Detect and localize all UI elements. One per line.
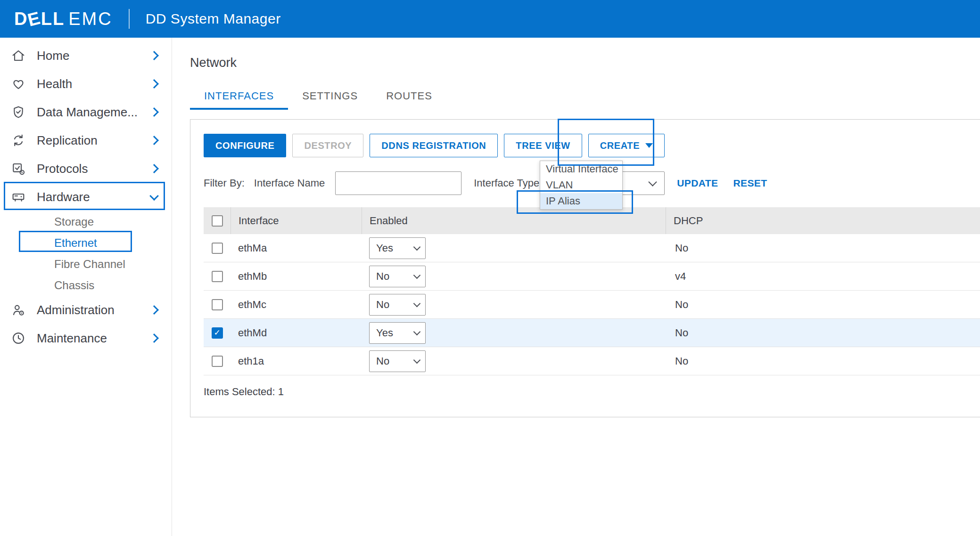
interface-name: ethMb: [231, 270, 362, 283]
protocols-icon: [10, 161, 26, 177]
destroy-button[interactable]: DESTROY: [292, 134, 363, 157]
menu-item-virtual-interface[interactable]: Virtual Interface: [540, 161, 622, 177]
ddns-registration-button[interactable]: DDNS REGISTRATION: [370, 134, 498, 157]
chevron-down-icon: [149, 191, 159, 201]
sub-item-label: Storage: [54, 215, 94, 228]
sidebar-item-ethernet[interactable]: Ethernet: [54, 232, 172, 253]
sidebar-item-data-management[interactable]: Data Manageme...: [0, 98, 172, 126]
dhcp-value: No: [666, 327, 980, 339]
select-all-checkbox[interactable]: [212, 215, 223, 227]
chevron-down-icon: [413, 356, 421, 364]
dhcp-value: v4: [666, 270, 980, 283]
table-row-ethMc: ethMc No No: [204, 291, 980, 319]
chevron-right-icon: [149, 51, 159, 60]
update-link[interactable]: UPDATE: [677, 178, 718, 189]
enabled-value: No: [376, 355, 414, 367]
table-row-ethMd: ethMd Yes No: [204, 319, 980, 347]
sidebar-item-administration[interactable]: Administration: [0, 296, 172, 324]
row-checkbox-checked[interactable]: [212, 327, 223, 339]
dell-letters-ll: LL: [41, 9, 65, 29]
chevron-down-icon: [413, 328, 421, 335]
sidebar-item-label: Maintenance: [37, 331, 151, 346]
sidebar-item-label: Health: [37, 77, 151, 91]
sidebar-item-fibre-channel[interactable]: Fibre Channel: [54, 253, 172, 275]
row-checkbox[interactable]: [212, 299, 223, 310]
column-header-enabled[interactable]: Enabled: [362, 207, 666, 234]
toolbar: CONFIGURE DESTROY DDNS REGISTRATION TREE…: [204, 134, 980, 157]
emc-wordmark: EMC: [68, 9, 112, 29]
enabled-select[interactable]: No: [369, 350, 426, 372]
enabled-select[interactable]: No: [369, 266, 426, 287]
tree-view-button[interactable]: TREE VIEW: [504, 134, 582, 157]
sidebar-item-label: Home: [37, 49, 151, 63]
enabled-value: Yes: [376, 242, 414, 254]
row-checkbox[interactable]: [212, 243, 223, 254]
enabled-cell: No: [362, 294, 666, 316]
dhcp-value: No: [666, 299, 980, 311]
table-row-ethMa: ethMa Yes No: [204, 234, 980, 262]
enabled-value: Yes: [376, 327, 414, 339]
sub-item-label: Ethernet: [54, 236, 97, 250]
enabled-value: No: [376, 299, 414, 311]
enabled-value: No: [376, 270, 414, 283]
items-selected: Items Selected: 1: [204, 386, 980, 398]
tab-interfaces[interactable]: INTERFACES: [190, 90, 288, 110]
sidebar-item-chassis[interactable]: Chassis: [54, 275, 172, 296]
tab-bar: INTERFACES SETTINGS ROUTES: [190, 90, 980, 110]
dell-emc-logo: DELL EMC: [14, 9, 113, 29]
column-header-interface[interactable]: Interface: [231, 207, 362, 234]
interface-name-input[interactable]: [335, 171, 461, 195]
chevron-right-icon: [149, 164, 159, 173]
sidebar-item-maintenance[interactable]: Maintenance: [0, 324, 172, 352]
interfaces-table: Interface Enabled DHCP ethMa Yes No: [204, 207, 980, 375]
row-checkbox-cell: [204, 262, 231, 290]
sidebar-item-label: Hardware: [37, 190, 151, 204]
app-root: DELL EMC DD System Manager Home Health D…: [0, 0, 980, 536]
enabled-select[interactable]: Yes: [369, 322, 426, 344]
filter-by-label: Filter By:: [204, 177, 245, 189]
column-header-dhcp[interactable]: DHCP: [666, 207, 980, 234]
hardware-subnav: Storage Ethernet Fibre Channel Chassis: [0, 211, 172, 296]
configure-button[interactable]: CONFIGURE: [204, 134, 286, 157]
chevron-down-icon: [413, 271, 421, 279]
row-checkbox[interactable]: [212, 356, 223, 367]
sidebar-item-storage[interactable]: Storage: [54, 211, 172, 232]
row-checkbox[interactable]: [212, 271, 223, 282]
interface-name: eth1a: [231, 355, 362, 367]
home-icon: [10, 48, 26, 64]
sidebar-item-home[interactable]: Home: [0, 41, 172, 70]
enabled-select[interactable]: Yes: [369, 237, 426, 259]
interface-type-label: Interface Type: [474, 177, 539, 189]
sidebar-item-label: Administration: [37, 303, 151, 317]
reset-link[interactable]: RESET: [733, 178, 767, 189]
interface-name: ethMc: [231, 299, 362, 311]
dhcp-value: No: [666, 242, 980, 254]
sidebar-item-hardware[interactable]: Hardware: [0, 183, 172, 211]
sidebar-item-protocols[interactable]: Protocols: [0, 154, 172, 183]
shield-icon: [10, 104, 26, 120]
tab-routes[interactable]: ROUTES: [372, 90, 446, 110]
caret-down-icon: [645, 143, 653, 148]
sidebar-item-label: Replication: [37, 133, 151, 148]
sub-item-label: Fibre Channel: [54, 258, 125, 271]
menu-item-vlan[interactable]: VLAN: [540, 177, 622, 193]
menu-item-ip-alias[interactable]: IP Alias: [540, 193, 622, 209]
row-checkbox-cell: [204, 291, 231, 318]
create-button-label: CREATE: [600, 140, 640, 151]
chevron-down-icon: [413, 300, 421, 307]
enabled-cell: Yes: [362, 322, 666, 344]
interface-name-label: Interface Name: [254, 177, 325, 189]
main-content: Network INTERFACES SETTINGS ROUTES CONFI…: [173, 38, 980, 536]
dell-wordmark: DELL: [14, 9, 65, 29]
chevron-right-icon: [149, 107, 159, 117]
sidebar-item-health[interactable]: Health: [0, 70, 172, 98]
interface-name: ethMa: [231, 242, 362, 254]
enabled-cell: No: [362, 266, 666, 287]
enabled-select[interactable]: No: [369, 294, 426, 316]
administration-icon: [10, 302, 26, 318]
tab-settings[interactable]: SETTINGS: [288, 90, 372, 110]
create-button[interactable]: CREATE: [588, 134, 665, 157]
sidebar-item-replication[interactable]: Replication: [0, 126, 172, 154]
table-row-eth1a: eth1a No No: [204, 347, 980, 375]
table-header-row: Interface Enabled DHCP: [204, 207, 980, 234]
